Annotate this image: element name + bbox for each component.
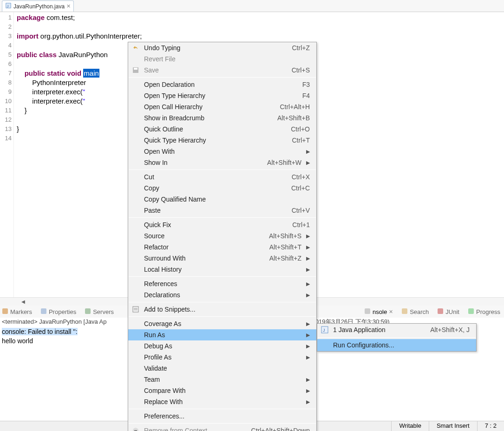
menu-label: Compare With [144, 387, 185, 394]
editor-tab[interactable]: J JavaRunPython.java ✕ [2, 0, 74, 12]
menu-item-open-type-hierarchy[interactable]: Open Type HierarchyF4 [128, 90, 316, 101]
menu-shortcut: Ctrl+Z [292, 44, 310, 52]
menu-label: Quick Outline [144, 125, 183, 133]
line-gutter: 1234567891011121314 [0, 12, 14, 297]
svg-text:J: J [7, 4, 9, 8]
menu-item-declarations[interactable]: Declarations▶ [128, 289, 316, 300]
svg-rect-4 [85, 308, 91, 314]
code-line[interactable]: package com.test; [14, 13, 504, 22]
submenu-arrow-icon: ▶ [306, 244, 310, 250]
menu-item-quick-outline[interactable]: Quick OutlineCtrl+O [128, 124, 316, 135]
menu-label: Paste [144, 207, 161, 214]
tab-filename: JavaRunPython.java [13, 3, 65, 10]
svg-rect-3 [41, 308, 46, 314]
menu-item-open-declaration[interactable]: Open DeclarationF3 [128, 79, 316, 90]
panel-tab-search[interactable]: Search [401, 308, 429, 316]
panel-tab-servers[interactable]: Servers [85, 308, 114, 316]
undo-icon [132, 44, 139, 52]
menu-item-compare-with[interactable]: Compare With▶ [128, 385, 316, 396]
menu-item-cut[interactable]: CutCtrl+X [128, 171, 316, 183]
panel-tab-properties[interactable]: Properties [40, 308, 76, 316]
javaapp-icon: J [321, 326, 328, 333]
run-as-submenu[interactable]: J1 Java ApplicationAlt+Shift+X, JRun Con… [317, 323, 477, 352]
menu-item-profile-as[interactable]: Profile As▶ [128, 352, 316, 363]
console-error-line: console: Failed to install '': [2, 328, 78, 335]
panel-tab-progress[interactable]: Progress [468, 308, 500, 316]
menu-shortcut: Alt+Shift+B [277, 114, 310, 122]
menu-shortcut: Alt+Shift+S [269, 232, 301, 240]
menu-item-team[interactable]: Team▶ [128, 374, 316, 385]
menu-label: Copy Qualified Name [144, 196, 206, 203]
editor-context-menu[interactable]: Undo TypingCtrl+ZRevert FileSaveCtrl+SOp… [128, 42, 317, 431]
menu-shortcut: Ctrl+S [292, 66, 310, 74]
svg-rect-5 [365, 308, 370, 314]
menu-item-add-to-snippets[interactable]: Add to Snippets... [128, 304, 316, 315]
submenu-arrow-icon: ▶ [306, 281, 310, 287]
menu-item-replace-with[interactable]: Replace With▶ [128, 396, 316, 407]
submenu-arrow-icon: ▶ [306, 233, 310, 239]
submenu-arrow-icon: ▶ [306, 354, 310, 360]
menu-item-open-with[interactable]: Open With▶ [128, 146, 316, 157]
menu-item-copy-qualified-name[interactable]: Copy Qualified Name [128, 194, 316, 205]
menu-item-source[interactable]: SourceAlt+Shift+S▶ [128, 230, 316, 242]
status-writable: Writable [391, 421, 428, 431]
menu-shortcut: Alt+Shift+Z [269, 255, 301, 262]
code-line[interactable] [14, 22, 504, 32]
menu-item-quick-type-hierarchy[interactable]: Quick Type HierarchyCtrl+T [128, 135, 316, 146]
menu-item-run-as[interactable]: Run As▶ [128, 329, 316, 340]
menu-item-remove-from-context: Remove from ContextCtrl+Alt+Shift+Down [128, 425, 316, 431]
menu-item-undo-typing[interactable]: Undo TypingCtrl+Z [128, 42, 316, 53]
status-cursor-pos: 7 : 2 [477, 421, 504, 431]
menu-label: Show In [144, 159, 168, 166]
submenu-item-1-java-application[interactable]: J1 Java ApplicationAlt+Shift+X, J [317, 324, 476, 336]
panel-tab-junit[interactable]: JUnit [437, 308, 459, 316]
menu-item-refactor[interactable]: RefactorAlt+Shift+T▶ [128, 242, 316, 253]
menu-item-show-in-breadcrumb[interactable]: Show in BreadcrumbAlt+Shift+B [128, 112, 316, 124]
menu-shortcut: F4 [302, 92, 310, 99]
menu-label: Source [144, 232, 164, 240]
menu-shortcut: Ctrl+1 [292, 221, 310, 229]
menu-item-copy[interactable]: CopyCtrl+C [128, 183, 316, 194]
menu-label: Quick Fix [144, 221, 171, 229]
menu-item-references[interactable]: References▶ [128, 278, 316, 289]
menu-label: Save [144, 66, 159, 74]
menu-shortcut: Alt+Shift+X, J [430, 326, 470, 333]
line-number: 2 [0, 22, 13, 32]
menu-item-paste[interactable]: PasteCtrl+V [128, 205, 316, 216]
submenu-arrow-icon: ▶ [306, 377, 310, 383]
menu-item-quick-fix[interactable]: Quick FixCtrl+1 [128, 219, 316, 230]
menu-item-validate[interactable]: Validate [128, 363, 316, 374]
menu-label: Run As [144, 331, 165, 339]
close-icon[interactable]: ✕ [389, 309, 393, 315]
menu-item-show-in[interactable]: Show InAlt+Shift+W▶ [128, 157, 316, 168]
save-icon [132, 66, 139, 74]
line-number: 1 [0, 13, 13, 22]
line-number: 7 [0, 69, 13, 78]
menu-item-coverage-as[interactable]: Coverage As▶ [128, 318, 316, 329]
menu-label: Surround With [144, 255, 185, 262]
menu-item-surround-with[interactable]: Surround WithAlt+Shift+Z▶ [128, 253, 316, 264]
servers-icon [85, 308, 91, 316]
line-number: 5 [0, 50, 13, 59]
panel-tab-nsole[interactable]: nsole ✕ [364, 308, 393, 316]
menu-item-preferences[interactable]: Preferences... [128, 411, 316, 422]
snippet-icon [132, 306, 139, 313]
menu-item-local-history[interactable]: Local History▶ [128, 264, 316, 275]
menu-item-debug-as[interactable]: Debug As▶ [128, 340, 316, 352]
panel-tab-markers[interactable]: Markers [2, 308, 32, 316]
menu-label: Revert File [144, 55, 176, 63]
submenu-item-run-configurations[interactable]: Run Configurations... [317, 339, 476, 351]
menu-shortcut: Alt+Shift+T [269, 243, 301, 251]
scroll-left-icon[interactable]: ◄ [20, 298, 27, 306]
menu-shortcut: Ctrl+Alt+H [280, 103, 310, 111]
menu-label: Show in Breadcrumb [144, 114, 204, 122]
svg-rect-6 [402, 308, 407, 314]
submenu-arrow-icon: ▶ [306, 267, 310, 273]
line-number: 6 [0, 59, 13, 69]
menu-item-open-call-hierarchy[interactable]: Open Call HierarchyCtrl+Alt+H [128, 101, 316, 112]
menu-label: Open Type Hierarchy [144, 92, 205, 99]
code-line[interactable]: import org.python.util.PythonInterpreter… [14, 32, 504, 41]
remove-icon [132, 427, 139, 431]
submenu-arrow-icon: ▶ [306, 255, 310, 261]
close-icon[interactable]: ✕ [66, 3, 71, 9]
